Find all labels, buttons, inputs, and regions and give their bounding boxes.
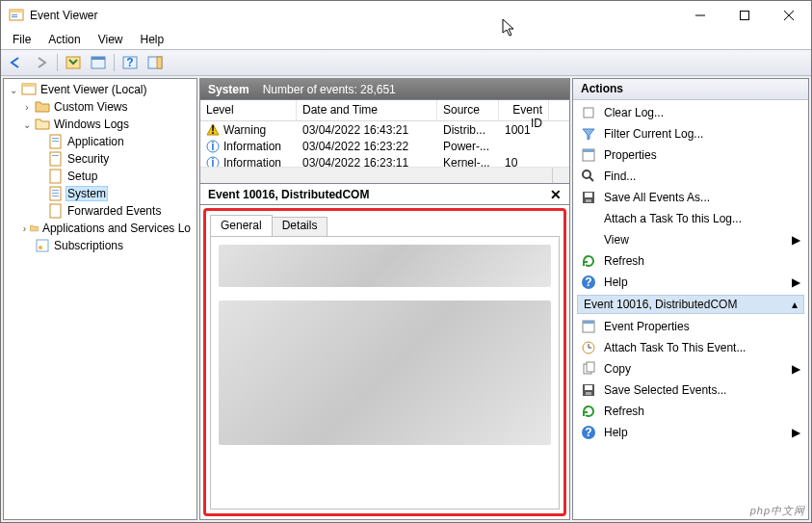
detail-body: General Details [199,205,570,520]
tree-label: Setup [65,170,99,183]
action-item[interactable]: ? Help ▶ [577,422,804,443]
blank-icon [581,211,596,226]
list-row[interactable]: iInformation 03/04/2022 16:23:11 Kernel-… [200,154,569,167]
help-icon: ? [581,275,596,290]
expand-icon[interactable]: › [21,223,28,234]
tree-apps-services[interactable]: ›Applications and Services Lo [4,220,196,237]
col-source[interactable]: Source [437,100,499,120]
cell-level: Information [223,156,281,168]
save-icon [581,190,596,205]
menu-action[interactable]: Action [40,31,88,48]
properties-button[interactable] [87,52,110,73]
help-icon: ? [581,425,596,440]
collapse-icon[interactable]: ⌄ [21,119,33,130]
log-icon [48,134,64,149]
svg-text:!: ! [211,123,215,137]
tab-details[interactable]: Details [272,217,328,236]
list-body[interactable]: !Warning 03/04/2022 16:43:21 Distrib... … [200,121,569,167]
actions-pane: Actions Clear Log... Filter Current Log.… [572,78,809,520]
filter-icon [581,126,596,142]
action-item[interactable]: Copy ▶ [577,358,804,379]
tree-pane[interactable]: ⌄ Event Viewer (Local) › Custom Views ⌄ … [3,78,197,520]
svg-rect-2 [12,14,17,15]
menu-file[interactable]: File [5,31,39,48]
svg-rect-46 [583,321,594,324]
minimize-button[interactable] [678,1,722,30]
toolbar-separator [114,54,115,71]
tab-general[interactable]: General [210,215,273,236]
actions-title: Actions [573,79,808,100]
menu-bar: File Action View Help [1,30,811,49]
collapse-arrow-icon: ▴ [792,298,798,311]
action-item[interactable]: Clear Log... [577,102,804,123]
action-item[interactable]: Save Selected Events... [577,379,804,401]
menu-view[interactable]: View [91,31,131,48]
copy-icon [581,361,596,377]
col-level[interactable]: Level [200,100,297,120]
actions-list[interactable]: Clear Log... Filter Current Log... Prope… [573,100,808,519]
tree-label: Application [65,135,126,148]
svg-rect-26 [52,196,59,196]
tree-setup[interactable]: Setup [4,168,196,185]
action-item[interactable]: Save All Events As... [577,187,804,208]
close-button[interactable] [767,1,811,30]
action-item[interactable]: Refresh [577,401,804,422]
cell-eventid: 10 [499,156,549,168]
expand-icon[interactable]: › [21,102,33,113]
svg-rect-3 [12,16,17,17]
forward-button[interactable] [30,52,53,73]
list-row[interactable]: !Warning 03/04/2022 16:43:21 Distrib... … [200,121,569,138]
tree-label: Applications and Services Lo [40,222,193,235]
back-button[interactable] [5,52,28,73]
list-row[interactable]: iInformation 03/04/2022 16:23:22 Power-.… [200,138,569,154]
show-hide-tree-button[interactable] [62,52,85,73]
show-action-pane-button[interactable] [144,52,167,73]
event-count: Number of events: 28,651 [263,83,396,96]
tree-custom-views[interactable]: › Custom Views [4,98,196,116]
section-header: System Number of events: 28,651 [199,78,570,99]
action-item[interactable]: Refresh [577,250,804,272]
expand-icon[interactable]: ⌄ [8,85,19,95]
actions-group-header[interactable]: Event 10016, DistributedCOM▴ [577,295,804,314]
close-detail-button[interactable]: ✕ [550,187,562,202]
action-item[interactable]: ? Help ▶ [577,272,804,293]
action-item[interactable]: Attach Task To This Event... [577,337,804,358]
action-item[interactable]: Find... [577,166,804,187]
menu-help[interactable]: Help [133,31,172,48]
app-icon [9,8,24,23]
maximize-button[interactable] [722,1,767,30]
svg-text:?: ? [585,426,591,439]
action-item[interactable]: Attach a Task To this Log... [577,208,804,229]
tree-security[interactable]: Security [4,150,196,168]
tree-root[interactable]: ⌄ Event Viewer (Local) [4,81,196,98]
tree-system[interactable]: System [4,185,196,202]
submenu-arrow-icon: ▶ [792,426,800,439]
col-eventid[interactable]: Event ID [499,100,549,120]
info-icon: i [206,140,220,153]
tree-windows-logs[interactable]: ⌄ Windows Logs [4,116,196,133]
svg-rect-42 [586,199,591,202]
task-icon [581,340,596,355]
action-item[interactable]: View ▶ [577,229,804,250]
log-icon [48,169,64,184]
svg-point-38 [583,170,590,178]
horizontal-scrollbar[interactable] [200,167,569,183]
events-list[interactable]: Level Date and Time Source Event ID !War… [199,99,570,184]
action-item[interactable]: Filter Current Log... [577,123,804,144]
action-item[interactable]: Properties [577,144,804,166]
tree-application[interactable]: Application [4,133,196,150]
tree-subscriptions[interactable]: Subscriptions [4,237,196,254]
svg-rect-27 [50,204,61,218]
refresh-icon [581,253,596,269]
action-label: Properties [604,148,657,162]
action-item[interactable]: Event Properties [577,316,804,337]
action-label: Attach a Task To this Log... [604,212,742,225]
folder-icon [35,99,50,115]
cell-source: Power-... [437,140,499,153]
col-datetime[interactable]: Date and Time [297,100,437,120]
tree-forwarded[interactable]: Forwarded Events [4,202,196,220]
cell-source: Kernel-... [437,156,499,168]
help-button[interactable]: ? [118,52,142,73]
action-label: View [604,233,629,247]
detail-header: Event 10016, DistributedCOM ✕ [199,184,570,205]
